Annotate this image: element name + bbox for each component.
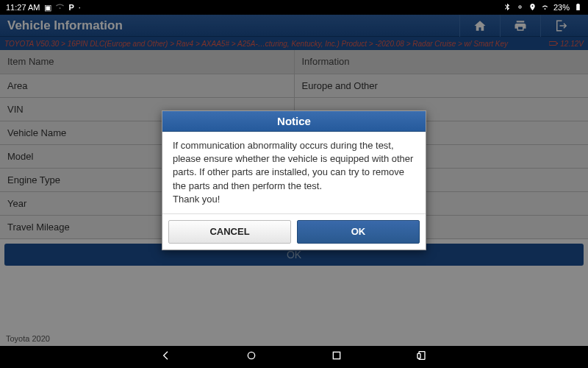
home-nav-button[interactable] [245, 350, 257, 364]
dot-icon: · [79, 3, 81, 12]
app-content: Vehicle Information TOYOTA V50.30 > 16PI… [0, 15, 588, 346]
letter-p-icon: P [68, 3, 74, 12]
location-pin-icon [528, 3, 537, 13]
wifi-weak-icon [56, 3, 64, 13]
dialog-title: Notice [162, 111, 426, 132]
dialog-body: If communication abnormality occurs duri… [162, 132, 426, 213]
notif-icon: ▣ [44, 3, 51, 13]
battery-percent: 23% [553, 3, 570, 12]
dialog-buttons: CANCEL OK [162, 213, 426, 250]
android-status-bar: 11:27 AM ▣ P · 23% [0, 0, 588, 15]
wifi-icon [541, 3, 549, 13]
svg-rect-7 [417, 353, 420, 358]
back-button[interactable] [160, 350, 172, 364]
ok-button[interactable]: OK [297, 220, 420, 244]
android-nav-bar [0, 346, 588, 368]
battery-icon [574, 3, 582, 13]
recents-button[interactable] [331, 350, 343, 364]
notice-dialog: Notice If communication abnormality occu… [162, 110, 426, 250]
svg-rect-5 [333, 352, 340, 358]
bluetooth-icon [503, 3, 512, 13]
svg-point-1 [520, 6, 520, 7]
svg-point-4 [248, 352, 254, 358]
screenshot-button[interactable] [416, 350, 428, 364]
status-time: 11:27 AM [6, 3, 40, 12]
location-target-icon [516, 3, 524, 13]
cancel-button[interactable]: CANCEL [168, 220, 291, 244]
